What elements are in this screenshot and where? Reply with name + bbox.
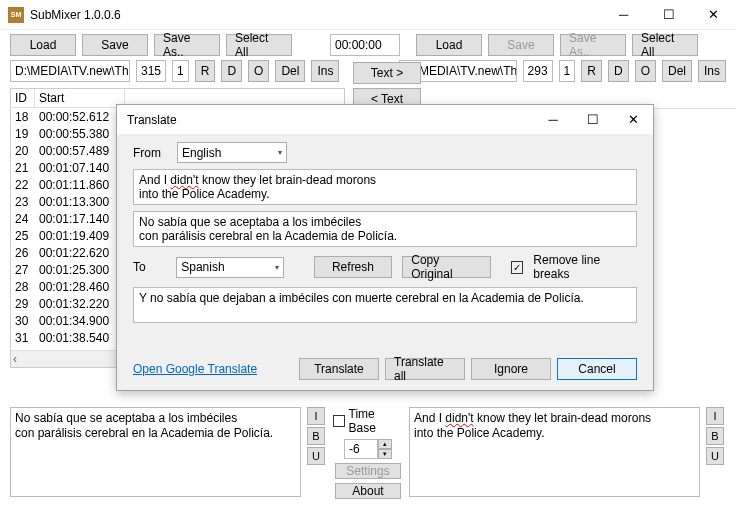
cell-start: 00:01:13.300 xyxy=(35,195,125,209)
cell-start: 00:01:11.860 xyxy=(35,178,125,192)
del-button-right[interactable]: Del xyxy=(662,60,692,82)
chevron-down-icon: ▾ xyxy=(278,148,282,157)
close-button[interactable]: ✕ xyxy=(691,0,736,29)
refresh-button[interactable]: Refresh xyxy=(314,256,393,278)
d-button-left[interactable]: D xyxy=(221,60,242,82)
edit-textbox-left[interactable]: No sabía que se aceptaba a los imbéciles… xyxy=(10,407,301,497)
to-language-select[interactable]: Spanish▾ xyxy=(176,257,284,278)
cell-start: 00:01:19.409 xyxy=(35,229,125,243)
spin-up-icon[interactable]: ▴ xyxy=(378,439,392,449)
cell-id: 20 xyxy=(11,144,35,158)
selectall-button-right[interactable]: Select All xyxy=(632,34,698,56)
col-header-start[interactable]: Start xyxy=(35,89,125,107)
selectall-button-left[interactable]: Select All xyxy=(226,34,292,56)
saveas-button-left[interactable]: Save As.. xyxy=(154,34,220,56)
cell-id: 23 xyxy=(11,195,35,209)
spin-down-icon[interactable]: ▾ xyxy=(378,449,392,459)
chevron-down-icon: ▾ xyxy=(275,263,279,272)
o-button-right[interactable]: O xyxy=(635,60,656,82)
translate-button[interactable]: Translate xyxy=(299,358,379,380)
timebase-label: Time Base xyxy=(349,407,403,435)
translate-all-button[interactable]: Translate all xyxy=(385,358,465,380)
save-button-right[interactable]: Save xyxy=(488,34,554,56)
dialog-maximize-button[interactable]: ☐ xyxy=(573,105,613,134)
cell-id: 18 xyxy=(11,110,35,124)
ignore-button[interactable]: Ignore xyxy=(471,358,551,380)
select-value: Spanish xyxy=(181,260,224,274)
text-forward-button[interactable]: Text > xyxy=(353,62,421,84)
app-icon: SM xyxy=(8,7,24,23)
cell-start: 00:01:17.140 xyxy=(35,212,125,226)
cell-id: 28 xyxy=(11,280,35,294)
cell-start: 00:01:22.620 xyxy=(35,246,125,260)
remove-linebreaks-checkbox[interactable]: ✓ xyxy=(511,261,524,274)
maximize-button[interactable]: ☐ xyxy=(646,0,691,29)
window-title: SubMixer 1.0.0.6 xyxy=(30,8,601,22)
timebase-checkbox[interactable] xyxy=(333,415,345,427)
cell-start: 00:01:28.460 xyxy=(35,280,125,294)
pos-left[interactable]: 1 xyxy=(172,60,189,82)
cell-start: 00:01:34.900 xyxy=(35,314,125,328)
cell-id: 31 xyxy=(11,331,35,345)
underline-button-left[interactable]: U xyxy=(307,447,325,465)
cancel-button[interactable]: Cancel xyxy=(557,358,637,380)
r-button-right[interactable]: R xyxy=(581,60,602,82)
select-value: English xyxy=(182,146,221,160)
underline-button-right[interactable]: U xyxy=(706,447,724,465)
cell-start: 00:01:25.300 xyxy=(35,263,125,277)
load-button-right[interactable]: Load xyxy=(416,34,482,56)
text-pre: And I xyxy=(414,411,445,425)
dialog-minimize-button[interactable]: ─ xyxy=(533,105,573,134)
settings-button[interactable]: Settings xyxy=(335,463,401,479)
bold-button-right[interactable]: B xyxy=(706,427,724,445)
pos-right[interactable]: 1 xyxy=(559,60,576,82)
cell-id: 21 xyxy=(11,161,35,175)
edit-textbox-right[interactable]: And I didn't know they let brain-dead mo… xyxy=(409,407,700,497)
ins-button-right[interactable]: Ins xyxy=(698,60,726,82)
scroll-left-icon[interactable]: ‹ xyxy=(13,352,17,366)
cell-id: 26 xyxy=(11,246,35,260)
saveas-button-right[interactable]: Save As.. xyxy=(560,34,626,56)
cell-start: 00:00:57.489 xyxy=(35,144,125,158)
italic-button-left[interactable]: I xyxy=(307,407,325,425)
translate-dialog: Translate ─ ☐ ✕ From English▾ And I didn… xyxy=(116,104,654,391)
google-translate-link[interactable]: Open Google Translate xyxy=(133,362,257,376)
reference-textarea[interactable]: No sabía que se aceptaba a los imbéciles… xyxy=(133,211,637,247)
count-right[interactable]: 293 xyxy=(523,60,553,82)
col-header-id[interactable]: ID xyxy=(11,89,35,107)
cell-id: 27 xyxy=(11,263,35,277)
dialog-close-button[interactable]: ✕ xyxy=(613,105,653,134)
cell-start: 00:01:07.140 xyxy=(35,161,125,175)
bold-button-left[interactable]: B xyxy=(307,427,325,445)
to-label: To xyxy=(133,260,166,274)
cell-id: 22 xyxy=(11,178,35,192)
r-button-left[interactable]: R xyxy=(195,60,216,82)
cell-id: 29 xyxy=(11,297,35,311)
path-input-left[interactable]: D:\MEDIA\TV.new\That 7 xyxy=(10,60,130,82)
d-button-right[interactable]: D xyxy=(608,60,629,82)
timecode-input[interactable]: 00:00:00 xyxy=(330,34,400,56)
about-button[interactable]: About xyxy=(335,483,401,499)
load-button-left[interactable]: Load xyxy=(10,34,76,56)
save-button-left[interactable]: Save xyxy=(82,34,148,56)
ins-button-left[interactable]: Ins xyxy=(311,60,339,82)
del-button-left[interactable]: Del xyxy=(275,60,305,82)
cell-start: 00:00:55.380 xyxy=(35,127,125,141)
copy-original-button[interactable]: Copy Original xyxy=(402,256,490,278)
cell-id: 25 xyxy=(11,229,35,243)
italic-button-right[interactable]: I xyxy=(706,407,724,425)
count-left[interactable]: 315 xyxy=(136,60,166,82)
cell-start: 00:00:52.612 xyxy=(35,110,125,124)
cell-id: 24 xyxy=(11,212,35,226)
minimize-button[interactable]: ─ xyxy=(601,0,646,29)
from-language-select[interactable]: English▾ xyxy=(177,142,287,163)
offset-input[interactable]: -6 xyxy=(344,439,378,459)
o-button-left[interactable]: O xyxy=(248,60,269,82)
spell-error: didn't xyxy=(445,411,473,425)
from-label: From xyxy=(133,146,167,160)
cell-start: 00:01:32.220 xyxy=(35,297,125,311)
spell-error: didn't xyxy=(170,173,198,187)
output-textarea[interactable]: Y no sabía que dejaban a imbéciles con m… xyxy=(133,287,637,323)
remove-linebreaks-label: Remove line breaks xyxy=(533,253,637,281)
source-textarea[interactable]: And I didn't know they let brain-dead mo… xyxy=(133,169,637,205)
